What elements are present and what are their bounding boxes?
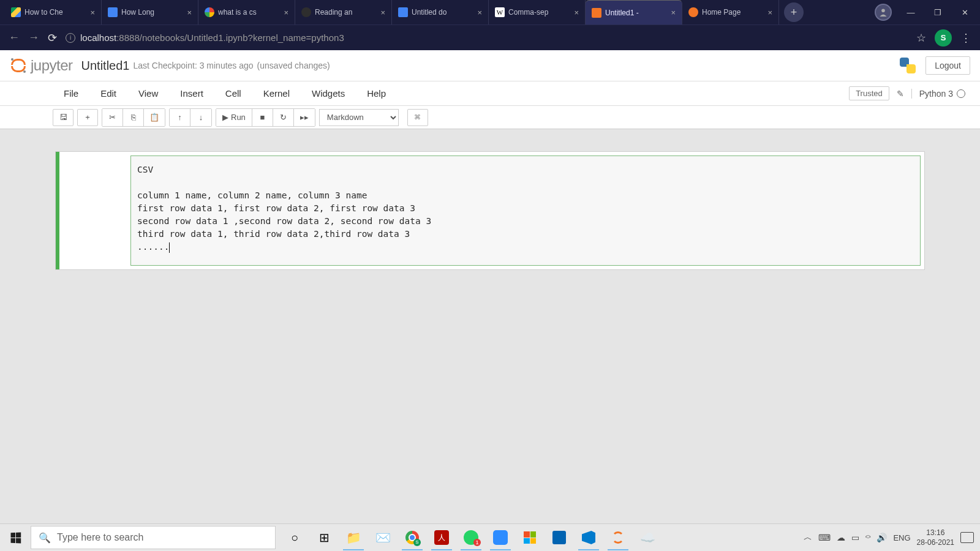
move-down-button[interactable]: ↓ [190,109,211,126]
interrupt-button[interactable]: ■ [252,109,273,126]
browser-account-icon[interactable] [875,4,892,21]
menu-kernel[interactable]: Kernel [252,83,301,103]
cut-button[interactable]: ✂ [102,109,123,126]
volume-icon[interactable]: 🔊 [876,533,887,542]
menu-file[interactable]: File [53,83,89,103]
page-content: jupyter Untitled1 Last Checkpoint: 3 min… [0,50,980,499]
close-icon[interactable]: × [767,8,772,17]
tab-3[interactable]: Reading an× [295,0,392,24]
restart-button[interactable]: ↻ [273,109,294,126]
tab-label: Comma-sep [508,8,570,17]
notebook-name[interactable]: Untitled1 [81,59,130,73]
save-button[interactable]: 🖫 [53,109,74,126]
wifi-icon[interactable]: ⌔ [865,533,870,542]
browser-menu-icon[interactable]: ⋮ [960,31,971,45]
tab-2[interactable]: what is a cs× [198,0,295,24]
tab-label: Home Page [702,8,764,17]
add-cell-button[interactable]: + [77,109,98,126]
keyboard-icon[interactable]: ⌨ [818,533,831,542]
vscode-icon[interactable] [576,525,601,550]
taskbar-search[interactable]: 🔍Type here to search [31,526,276,549]
close-icon[interactable]: × [671,8,676,17]
kernel-indicator[interactable]: Python 3 [911,89,970,99]
onedrive-icon[interactable]: ☁ [837,533,845,542]
menu-cell[interactable]: Cell [214,83,252,103]
mail-icon[interactable]: ✉️ [370,525,396,550]
tab-1[interactable]: How Long× [102,0,198,24]
docs-icon [108,7,118,17]
close-icon[interactable]: × [90,8,95,17]
new-tab-button[interactable]: + [784,2,804,22]
back-button[interactable]: ← [9,31,20,44]
url-path: /notebooks/Untitled1.ipynb?kernel_name=p… [140,32,344,43]
url-field[interactable]: i localhost:8888/notebooks/Untitled1.ipy… [66,32,908,43]
tab-4[interactable]: Untitled do× [392,0,489,24]
acrobat-icon[interactable]: 人 [429,525,454,550]
command-palette-button[interactable]: ⌘ [407,109,428,126]
close-icon[interactable]: × [477,8,482,17]
maximize-button[interactable]: ❐ [930,8,946,17]
run-button[interactable]: ▶ Run [216,109,252,126]
site-info-icon[interactable]: i [66,33,75,43]
menu-view[interactable]: View [127,83,169,103]
explorer-icon[interactable]: 📁 [341,525,366,550]
cell-editor[interactable]: CSV column 1 name, column 2 name, column… [130,156,921,266]
reload-button[interactable]: ⟳ [48,31,57,45]
menu-edit[interactable]: Edit [89,83,127,103]
start-button[interactable] [0,524,31,551]
cell-type-select[interactable]: Markdown [319,109,399,126]
forward-button[interactable]: → [28,31,39,44]
google-icon [205,7,214,17]
chrome-icon[interactable]: S [399,525,425,550]
minimize-button[interactable]: — [903,8,919,17]
clock-date: 28-06-2021 [917,538,954,547]
weather-icon[interactable]: ☁️ [635,525,660,550]
restart-run-all-button[interactable]: ▸▸ [294,109,315,126]
language-indicator[interactable]: ENG [893,533,910,542]
paste-button[interactable]: 📋 [144,109,165,126]
jupyter-logo[interactable]: jupyter [10,57,73,74]
bookmark-icon[interactable]: ☆ [916,31,926,45]
close-icon[interactable]: × [574,8,579,17]
system-tray: ︿ ⌨ ☁ ▭ ⌔ 🔊 ENG 13:1628-06-2021 [804,528,980,547]
tab-label: what is a cs [218,8,280,17]
jupyter-taskbar-icon[interactable] [605,525,631,550]
clock[interactable]: 13:1628-06-2021 [917,528,954,547]
action-center-icon[interactable] [960,532,974,543]
url-port: :8888 [116,32,140,43]
tab-6[interactable]: Untitled1 -× [586,0,682,24]
checkpoint-text: Last Checkpoint: 3 minutes ago [133,61,253,70]
unsaved-text: (unsaved changes) [257,61,330,70]
cell-text: CSV column 1 name, column 2 name, column… [137,165,431,252]
menu-widgets[interactable]: Widgets [301,83,356,103]
task-view-icon[interactable]: ⊞ [311,525,337,550]
jupyter-header: jupyter Untitled1 Last Checkpoint: 3 min… [0,50,980,81]
chrome-profile-button[interactable]: S [935,29,952,47]
app-icon[interactable] [546,525,572,550]
move-up-button[interactable]: ↑ [170,109,190,126]
close-icon[interactable]: × [187,8,192,17]
toolbar: 🖫 + ✂ ⎘ 📋 ↑ ↓ ▶ Run ■ ↻ ▸▸ Markdown ⌘ [0,106,980,129]
store-icon[interactable] [517,525,543,550]
menu-insert[interactable]: Insert [169,83,214,103]
battery-icon[interactable]: ▭ [851,533,859,542]
zoom-icon[interactable] [488,525,513,550]
close-icon[interactable]: × [284,8,288,17]
python-logo-icon [899,56,917,75]
trusted-indicator[interactable]: Trusted [849,86,889,100]
jupyter-icon [592,8,601,18]
tab-0[interactable]: How to Che× [5,0,102,24]
chevron-up-icon[interactable]: ︿ [804,532,812,543]
cortana-icon[interactable]: ○ [282,525,307,550]
close-icon[interactable]: × [380,8,385,17]
kernel-label: Python 3 [919,89,953,99]
close-window-button[interactable]: ✕ [957,8,973,17]
tab-7[interactable]: Home Page× [682,0,779,24]
cell-markdown[interactable]: CSV column 1 name, column 2 name, column… [55,151,925,270]
edit-icon[interactable]: ✎ [897,89,904,99]
tab-5[interactable]: WComma-sep× [489,0,586,24]
menu-help[interactable]: Help [356,83,397,103]
whatsapp-icon[interactable]: 1 [458,525,484,550]
logout-button[interactable]: Logout [925,56,970,75]
copy-button[interactable]: ⎘ [123,109,144,126]
